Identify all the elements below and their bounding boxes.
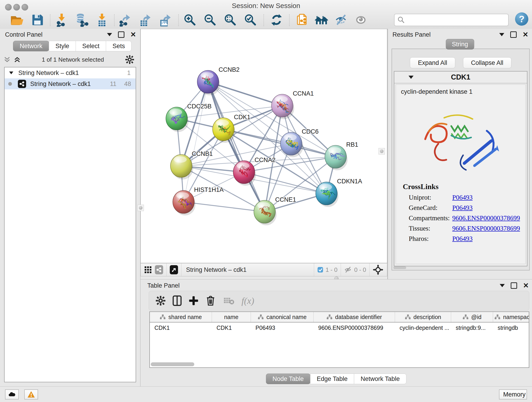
panel-float-icon[interactable] xyxy=(510,32,517,38)
tab-sets[interactable]: Sets xyxy=(106,41,132,51)
copy-network-button[interactable] xyxy=(295,13,309,27)
node-label-CDC6: CDC6 xyxy=(302,128,319,135)
panel-close-icon[interactable]: ✕ xyxy=(523,32,528,37)
panel-menu-icon[interactable] xyxy=(107,33,112,36)
edge-CCNA2-CDKN1A[interactable] xyxy=(244,172,326,193)
tab-style[interactable]: Style xyxy=(49,41,76,51)
search-input[interactable] xyxy=(407,16,508,24)
import-table-button[interactable] xyxy=(95,13,109,27)
gear-icon[interactable] xyxy=(125,55,134,64)
zoom-fit-button[interactable] xyxy=(223,13,237,27)
hide-selected-button[interactable] xyxy=(334,13,348,27)
delete-column-button[interactable] xyxy=(204,294,217,307)
node-CDKN1A[interactable]: CDKN1A xyxy=(316,178,362,207)
tab-network[interactable]: Network xyxy=(13,41,49,51)
column-header-database-identifier[interactable]: database identifier xyxy=(314,312,395,322)
delete-table-button[interactable] xyxy=(222,294,235,307)
fit-content-crosshair-icon[interactable] xyxy=(373,264,383,275)
panel-close-icon[interactable]: ✕ xyxy=(523,283,529,288)
open-session-button[interactable] xyxy=(10,13,24,27)
expand-all-chevron-icon[interactable] xyxy=(14,56,21,63)
protein-card-header[interactable]: CDK1 xyxy=(394,71,527,83)
grid-view-icon[interactable] xyxy=(144,266,152,274)
network-row[interactable]: String Network – cdk1 11 48 xyxy=(5,78,136,89)
panel-close-icon[interactable]: ✕ xyxy=(130,32,136,37)
results-scrollbar-thumb[interactable] xyxy=(393,266,406,269)
panel-float-icon[interactable] xyxy=(118,32,124,38)
collection-count: 1 xyxy=(127,70,131,77)
column-header-namespace[interactable]: namespace xyxy=(493,312,529,322)
export-network-button[interactable] xyxy=(118,13,133,27)
node-CDC25B[interactable]: CDC25B xyxy=(166,103,212,132)
collection-caret-icon[interactable] xyxy=(9,71,13,74)
crosslink-link[interactable]: 9606.ENSP00000378699 xyxy=(452,214,520,222)
collapse-all-chevron-icon[interactable] xyxy=(4,56,11,63)
collapse-all-button[interactable]: Collapse All xyxy=(463,57,511,68)
tab-select[interactable]: Select xyxy=(76,41,106,51)
panel-float-icon[interactable] xyxy=(511,282,517,289)
node-CDC6[interactable]: CDC6 xyxy=(280,128,319,157)
import-network-button[interactable] xyxy=(55,13,69,27)
crosslink-link[interactable]: P06493 xyxy=(452,204,473,211)
warnings-button[interactable] xyxy=(24,389,38,400)
help-button[interactable]: ? xyxy=(515,12,528,26)
show-all-button[interactable] xyxy=(354,13,368,27)
import-network-from-database-button[interactable] xyxy=(75,13,89,27)
zoom-selected-button[interactable] xyxy=(243,13,258,27)
column-header--id[interactable]: @id xyxy=(451,312,493,322)
window-title: Session: New Session xyxy=(0,2,532,10)
crosslink-link[interactable]: P06493 xyxy=(452,235,473,242)
cloud-status-button[interactable] xyxy=(5,389,19,400)
collapse-caret-icon[interactable] xyxy=(409,76,413,79)
crosslinks-title: CrossLinks xyxy=(403,182,525,191)
panel-menu-icon[interactable] xyxy=(499,33,504,36)
column-header-shared-name[interactable]: shared name xyxy=(150,312,212,322)
table-settings-button[interactable] xyxy=(154,294,167,307)
save-session-button[interactable] xyxy=(30,13,44,27)
column-type-icon xyxy=(462,314,469,319)
left-splitter-handle[interactable] xyxy=(138,205,144,211)
column-header-description[interactable]: description xyxy=(395,312,451,322)
network-share-icon[interactable] xyxy=(155,265,163,274)
selected-checkbox-icon[interactable] xyxy=(317,267,323,273)
panel-menu-icon[interactable] xyxy=(500,284,505,287)
edge-CCNB2-HIST1H1A[interactable] xyxy=(184,82,208,202)
hidden-eye-slash-icon[interactable] xyxy=(344,266,352,274)
add-column-button[interactable] xyxy=(187,294,200,307)
edge-CDK1-RB1[interactable] xyxy=(223,129,336,157)
network-collection-row[interactable]: String Network – cdk1 1 xyxy=(5,67,136,78)
node-RB1[interactable]: RB1 xyxy=(325,141,358,170)
tab-string[interactable]: String xyxy=(446,39,474,50)
zoom-in-button[interactable] xyxy=(183,13,197,27)
home-button[interactable] xyxy=(314,13,329,27)
crosslink-link[interactable]: P06493 xyxy=(452,194,473,201)
show-columns-button[interactable] xyxy=(171,294,184,307)
edge-HIST1H1A-CCNE1[interactable] xyxy=(184,202,265,212)
network-graph[interactable]: CCNB2CCNA1CDC25BCDK1CDC6RB1CCNB1CCNA2CDK… xyxy=(141,29,387,263)
tab-network-table[interactable]: Network Table xyxy=(354,374,406,384)
expand-all-button[interactable]: Expand All xyxy=(410,57,455,68)
node-label-CDK1: CDK1 xyxy=(234,114,250,121)
column-header-name[interactable]: name xyxy=(212,312,251,322)
function-builder-button[interactable]: f(x) xyxy=(241,295,254,306)
network-canvas[interactable]: CCNB2CCNA1CDC25BCDK1CDC6RB1CCNB1CCNA2CDK… xyxy=(140,29,387,263)
crosslink-label: Uniprot: xyxy=(409,194,452,201)
table-hscrollbar-thumb[interactable] xyxy=(151,362,194,366)
export-table-button[interactable] xyxy=(138,13,152,27)
export-image-button[interactable] xyxy=(158,13,173,27)
node-HIST1H1A[interactable]: HIST1H1A xyxy=(173,186,224,216)
open-in-new-window-icon[interactable] xyxy=(170,265,178,274)
export-table-icon xyxy=(139,13,152,27)
node-CCNB1[interactable]: CCNB1 xyxy=(171,150,213,179)
right-splitter-handle[interactable] xyxy=(379,148,385,154)
table-row[interactable]: CDK1CDK1P064939606.ENSP00000378699cyclin… xyxy=(150,322,529,333)
memory-button[interactable]: Memory xyxy=(499,389,527,400)
column-header-canonical-name[interactable]: canonical name xyxy=(251,312,314,322)
tab-edge-table[interactable]: Edge Table xyxy=(310,374,354,384)
crosslink-link[interactable]: 9606.ENSP00000378699 xyxy=(452,225,520,232)
zoom-out-button[interactable] xyxy=(203,13,217,27)
refresh-button[interactable] xyxy=(269,13,284,27)
column-type-icon xyxy=(326,314,332,319)
node-CCNB2[interactable]: CCNB2 xyxy=(197,66,240,95)
tab-node-table[interactable]: Node Table xyxy=(266,374,310,384)
